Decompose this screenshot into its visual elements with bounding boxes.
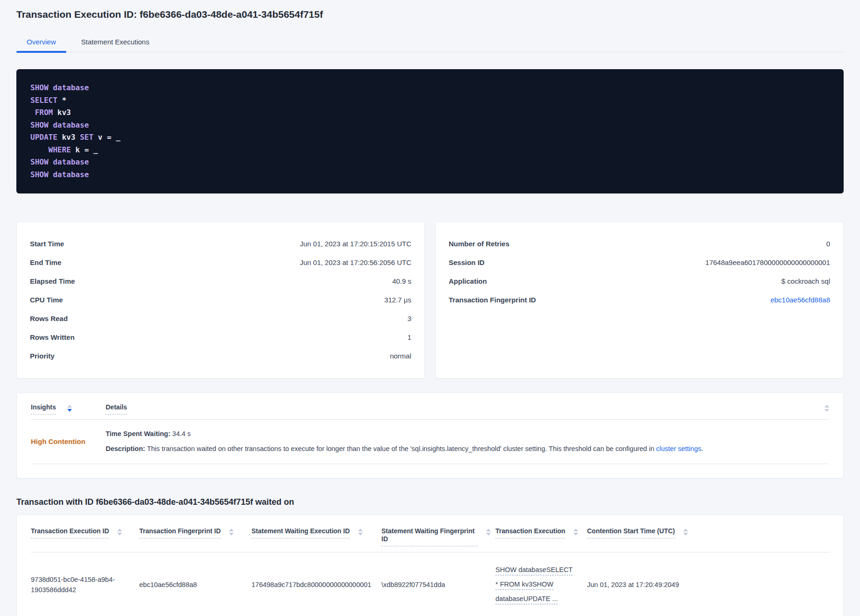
priority-label: Priority <box>30 352 55 360</box>
insights-card: Insights Details High Contention Time Sp… <box>16 393 844 479</box>
transaction-execution-page: Transaction Execution ID: f6be6366-da03-… <box>0 0 860 616</box>
sql-keyword: SHOW database <box>30 83 89 92</box>
transaction-fingerprint-id-label: Transaction Fingerprint ID <box>449 296 536 304</box>
time-spent-waiting-line: Time Spent Waiting: 34.4 s <box>106 429 703 438</box>
waited-on-table-card: Transaction Execution IDTransaction Fing… <box>16 515 844 616</box>
insights-sort-icon[interactable] <box>67 403 72 412</box>
insights-header-label[interactable]: Insights <box>31 403 56 415</box>
transaction-execution-sort-icon[interactable] <box>573 527 578 536</box>
sql-text: kv3 <box>53 108 71 117</box>
description-suffix: . <box>701 445 703 452</box>
summary-cards-row: Start TimeJun 01, 2023 at 17:20:15:2015 … <box>16 222 844 379</box>
transaction-execution-id-sort-icon[interactable] <box>117 527 122 536</box>
column-header-transaction-fingerprint-id: Transaction Fingerprint ID <box>139 527 251 538</box>
tab-bar: Overview Statement Executions <box>16 34 844 52</box>
number-of-retries-value: 0 <box>826 240 830 248</box>
sql-line: SHOW database <box>30 82 830 94</box>
sql-keyword: SHOW database <box>30 158 89 166</box>
contention-start-time-utc-label[interactable]: Contention Start Time (UTC) <box>587 527 675 538</box>
sql-line: SHOW database <box>30 156 830 169</box>
transaction-fingerprint-id-label[interactable]: Transaction Fingerprint ID <box>139 527 221 538</box>
end-time-label: End Time <box>30 258 61 266</box>
sql-line: WHERE k = _ <box>30 144 830 157</box>
cluster-settings-link[interactable]: cluster settings <box>656 445 702 452</box>
kv-row-application: Application$ cockroach sql <box>449 272 830 290</box>
session-id-label: Session ID <box>449 258 485 266</box>
start-time-label: Start Time <box>30 240 64 248</box>
sql-keyword: UPDATE <box>30 133 57 142</box>
rows-read-value: 3 <box>408 315 411 322</box>
sql-line: SHOW database <box>30 169 830 181</box>
transaction-execution-label[interactable]: Transaction Execution <box>495 527 565 538</box>
time-spent-waiting-label: Time Spent Waiting: <box>106 430 171 437</box>
details-header-label[interactable]: Details <box>106 403 127 415</box>
kv-row-priority: Prioritynormal <box>30 346 411 365</box>
session-details-card: Number of Retries0Session ID17648a9eea60… <box>435 222 844 379</box>
sql-keyword: SELECT <box>30 96 57 105</box>
application-value: $ cockroach sql <box>781 277 830 285</box>
sql-text: * <box>57 96 66 105</box>
transaction-execution-statement-link[interactable]: SHOW databaseSELECT * FROM kv3SHOW datab… <box>495 563 574 606</box>
cell-transaction-execution: SHOW databaseSELECT * FROM kv3SHOW datab… <box>495 563 587 606</box>
kv-row-rows-written: Rows Written1 <box>30 328 411 346</box>
insight-type-badge: High Contention <box>31 437 106 445</box>
tab-statement-executions[interactable]: Statement Executions <box>71 34 160 52</box>
sql-keyword: FROM <box>30 108 53 117</box>
session-id-value: 17648a9eea6017800000000000000001 <box>705 258 830 266</box>
kv-row-number-of-retries: Number of Retries0 <box>449 234 830 253</box>
session-details-rows: Number of Retries0Session ID17648a9eea60… <box>449 234 830 309</box>
execution-details-rows: Start TimeJun 01, 2023 at 17:20:15:2015 … <box>30 234 411 365</box>
description-text: This transaction waited on other transac… <box>147 445 656 452</box>
statement-waiting-execution-id-label[interactable]: Statement Waiting Execution ID <box>251 527 350 538</box>
column-header-statement-waiting-fingerprint-id: Statement Waiting Fingerprint ID <box>381 527 495 546</box>
elapsed-time-value: 40.9 s <box>392 277 411 285</box>
cell-statement-waiting-fingerprint-id: \xdb8922f077541dda <box>381 580 495 590</box>
statement-waiting-fingerprint-id-sort-icon[interactable] <box>486 527 491 536</box>
kv-row-elapsed-time: Elapsed Time40.9 s <box>30 272 411 290</box>
column-header-transaction-execution: Transaction Execution <box>495 527 587 538</box>
rows-read-label: Rows Read <box>30 315 68 322</box>
cell-transaction-execution-id: 9738d051-bc0e-4158-a9b4-1903586ddd42 <box>31 574 131 595</box>
priority-value: normal <box>390 352 411 360</box>
kv-row-start-time: Start TimeJun 01, 2023 at 17:20:15:2015 … <box>30 234 411 253</box>
cpu-time-value: 312.7 µs <box>384 296 411 304</box>
sql-text: v = _ <box>93 133 121 142</box>
insights-column-header: Insights <box>31 403 106 415</box>
sql-keyword: WHERE <box>30 145 71 154</box>
sql-line: SELECT * <box>30 94 830 107</box>
elapsed-time-label: Elapsed Time <box>30 277 75 285</box>
cell-transaction-fingerprint-id: ebc10ae56cfd88a8 <box>139 580 251 590</box>
kv-row-transaction-fingerprint-id: Transaction Fingerprint IDebc10ae56cfd88… <box>449 290 830 309</box>
kv-row-session-id: Session ID17648a9eea60178000000000000000… <box>449 253 830 272</box>
execution-details-card: Start TimeJun 01, 2023 at 17:20:15:2015 … <box>16 222 425 379</box>
transaction-fingerprint-id-value[interactable]: ebc10ae56cfd88a8 <box>770 296 830 304</box>
transaction-fingerprint-id-sort-icon[interactable] <box>229 527 234 536</box>
contention-start-time-utc-sort-icon[interactable] <box>683 527 688 536</box>
insight-row-divider <box>31 464 829 464</box>
kv-row-cpu-time: CPU Time312.7 µs <box>30 290 411 309</box>
kv-row-end-time: End TimeJun 01, 2023 at 17:20:56:2056 UT… <box>30 253 411 272</box>
time-spent-waiting-value: 34.4 s <box>172 430 191 437</box>
application-label: Application <box>449 277 487 285</box>
cpu-time-label: CPU Time <box>30 296 63 304</box>
sql-keyword: SHOW database <box>30 170 89 179</box>
rows-written-label: Rows Written <box>30 333 75 341</box>
page-title: Transaction Execution ID: f6be6366-da03-… <box>16 7 844 21</box>
insight-details: Time Spent Waiting: 34.4 s Description: … <box>106 429 703 453</box>
start-time-value: Jun 01, 2023 at 17:20:15:2015 UTC <box>300 240 411 248</box>
sql-keyword: SET <box>80 133 93 142</box>
insights-header-divider <box>31 419 829 420</box>
rows-written-value: 1 <box>408 333 411 341</box>
statement-waiting-execution-id-sort-icon[interactable] <box>358 527 363 536</box>
table-sort-icon[interactable] <box>824 403 829 412</box>
transaction-execution-id-label[interactable]: Transaction Execution ID <box>31 527 109 538</box>
column-header-statement-waiting-execution-id: Statement Waiting Execution ID <box>251 527 381 538</box>
sql-keyword: SHOW database <box>30 121 89 129</box>
statement-waiting-fingerprint-id-label[interactable]: Statement Waiting Fingerprint ID <box>381 527 478 546</box>
kv-row-rows-read: Rows Read3 <box>30 309 411 328</box>
sql-line: SHOW database <box>30 119 830 132</box>
sql-line: FROM kv3 <box>30 107 830 119</box>
tab-overview[interactable]: Overview <box>16 34 66 52</box>
description-line: Description: This transaction waited on … <box>106 444 703 453</box>
waited-on-table-header: Transaction Execution IDTransaction Fing… <box>31 524 829 546</box>
